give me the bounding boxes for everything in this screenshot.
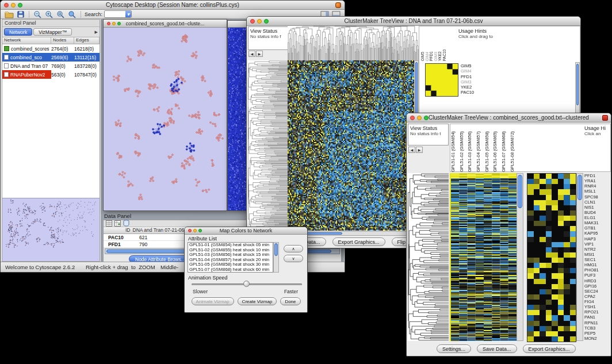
gene-label[interactable]: YSH1 (584, 304, 611, 309)
gene-label[interactable]: MSL1 (584, 189, 611, 194)
gene-label[interactable]: KAP95 (584, 231, 611, 236)
gene-row-label[interactable]: PAC10 (461, 90, 487, 95)
save-session-icon[interactable] (16, 10, 25, 18)
minimize-icon[interactable] (112, 22, 116, 25)
data-table-column-header[interactable]: DNA and Tran 07-21-06... (132, 227, 190, 233)
close-icon[interactable] (250, 19, 255, 24)
array-column-label[interactable]: GPL51-03 (GSM856) (467, 124, 476, 172)
network-table-column-header[interactable]: Network (2, 37, 51, 44)
zoom-selected-icon[interactable] (67, 10, 77, 18)
array-column-label[interactable]: GPL51-04 (GSM857) (476, 124, 484, 172)
gene-column-label[interactable]: PFD1 (429, 28, 434, 61)
gene-label[interactable]: BUD4 (584, 210, 611, 215)
search-input[interactable]: ▼ (104, 10, 132, 18)
move-down-button[interactable]: ∨ (284, 255, 303, 262)
network-row[interactable]: combined_scores 2764(0) 16218(0) (2, 44, 100, 53)
close-icon[interactable] (410, 116, 415, 120)
select-attributes-icon[interactable] (106, 219, 112, 229)
network-window-titlebar[interactable]: combined_scores_good.txt--cluste... (104, 20, 227, 28)
combo-arrow-icon[interactable]: ▼ (125, 11, 131, 17)
gene-label[interactable]: CPA2 (584, 294, 611, 299)
gene-label[interactable]: MAK31 (584, 220, 611, 225)
gene-label[interactable]: RPO21 (584, 309, 611, 315)
gene-row-label[interactable]: PFD1 (461, 74, 487, 79)
scroll-right-icon[interactable]: ▶ (416, 147, 423, 153)
dialog-button[interactable]: Animate Vizmap (192, 297, 234, 305)
gene-label[interactable]: RPN11 (584, 320, 611, 325)
gene-label[interactable]: VIP1 (584, 242, 611, 247)
network-row[interactable]: RNAPuberNov2 563(0) 107847(0) (2, 70, 100, 79)
row-dendrogram-canvas[interactable] (248, 60, 288, 231)
gene-label[interactable]: SEC24 (584, 289, 611, 294)
attribute-item[interactable]: GPL51-07 (GSM868) heat shock 60 min (188, 267, 273, 273)
main-titlebar[interactable]: Cytoscape Desktop (Session Name: collins… (1, 1, 345, 10)
scrollbar-thumb[interactable] (274, 243, 278, 256)
gene-column-label[interactable]: GIM4 (425, 28, 430, 61)
gene-label[interactable]: NIS1 (584, 205, 611, 210)
array-column-label[interactable]: GPL51-02 (GSM855) (459, 124, 468, 172)
network-table-column-header[interactable]: Nodes (51, 37, 74, 44)
minimize-icon[interactable] (11, 3, 16, 7)
heatmap-vscrollbar[interactable] (517, 173, 523, 341)
array-column-label[interactable]: GPL51-05 (GSM858) (484, 124, 493, 172)
row-dendrogram-canvas[interactable] (408, 173, 449, 341)
gene-label[interactable]: PEP5 (584, 331, 611, 336)
treeview-dna-titlebar[interactable]: ClusterMaker TreeView : DNA and Tran 07-… (247, 17, 580, 26)
move-up-button[interactable]: ∧ (284, 245, 303, 252)
zoom-out-icon[interactable] (33, 10, 43, 18)
gene-label[interactable]: HAP3 (584, 236, 611, 242)
maximize-icon[interactable] (424, 116, 429, 120)
treeview-button[interactable]: Save Data... (477, 344, 517, 353)
gene-label[interactable]: MSI1 (584, 252, 611, 257)
gene-column-label[interactable]: GIM3 (434, 28, 438, 61)
gene-label[interactable]: YRA1 (584, 178, 611, 183)
close-icon[interactable] (188, 229, 192, 232)
gene-row-label[interactable]: GIM4 (461, 68, 487, 74)
gene-row-label[interactable]: GIM3 (461, 79, 487, 85)
gene-label[interactable]: MON2 (584, 336, 611, 341)
treeview-combined-titlebar[interactable]: ClusterMaker TreeView : combined_scores_… (407, 113, 611, 122)
gene-label[interactable]: SEC1 (584, 257, 611, 262)
close-icon[interactable] (4, 3, 9, 7)
create-attribute-icon[interactable] (114, 219, 121, 229)
scrollbar-thumb[interactable] (518, 175, 522, 208)
zoom-heatmap-canvas[interactable] (527, 173, 576, 342)
scroll-left-icon[interactable]: ◀ (408, 147, 415, 153)
array-column-label[interactable]: GPL51-08 (GSM872) (510, 124, 518, 172)
gene-label[interactable]: HMG1 (584, 262, 611, 267)
gene-label[interactable]: GTB1 (584, 225, 611, 231)
gene-label[interactable]: FIG4 (584, 299, 611, 304)
gene-label[interactable]: TCB3 (584, 325, 611, 331)
gene-label[interactable]: RNR4 (584, 183, 611, 189)
network-row[interactable]: combined_sco 2569(6) 13112(15) (2, 53, 100, 62)
attribute-list[interactable]: GPL51-01 (GSM854) heat shock 05 minGPL51… (188, 242, 273, 273)
minimize-icon[interactable] (257, 19, 262, 24)
maximize-icon[interactable] (264, 19, 269, 24)
slider-knob[interactable] (243, 281, 250, 287)
zoom-in-icon[interactable] (44, 10, 54, 18)
gene-list-scrollbar[interactable] (576, 173, 583, 341)
scrollbar-thumb[interactable] (576, 64, 579, 105)
dialog-button[interactable]: Create Vizmap (238, 297, 277, 305)
gene-label[interactable]: CLN1 (584, 200, 611, 205)
maximize-icon[interactable] (117, 22, 121, 25)
control-panel-tab[interactable]: Network (4, 28, 32, 36)
network-graph-canvas[interactable] (104, 28, 227, 210)
array-column-label[interactable]: GPL51-01 (GSM854) (450, 124, 459, 172)
gene-label[interactable]: PHO81 (584, 267, 611, 273)
gene-label[interactable]: HRD3 (584, 278, 611, 283)
attribute-list-scrollbar[interactable] (273, 242, 279, 273)
gene-row-label[interactable]: YKE2 (461, 85, 487, 90)
gene-column-label[interactable]: PAC10 (442, 28, 447, 61)
network-table-column-header[interactable]: Edges (74, 37, 100, 44)
gene-label[interactable]: PUF3 (584, 273, 611, 278)
gene-column-label[interactable]: YKE2 (438, 28, 442, 61)
animation-speed-slider[interactable] (192, 280, 302, 288)
treeview-button[interactable]: Export Graphics... (332, 237, 385, 246)
control-panel-tab[interactable]: VizMapper™ (33, 28, 72, 36)
network-window-2-titlebar[interactable] (228, 21, 248, 28)
network-overview-canvas[interactable] (2, 198, 100, 260)
data-table-column-header[interactable]: ID (124, 227, 132, 233)
dialog-button[interactable]: Done (280, 297, 300, 305)
close-icon[interactable] (107, 22, 110, 25)
